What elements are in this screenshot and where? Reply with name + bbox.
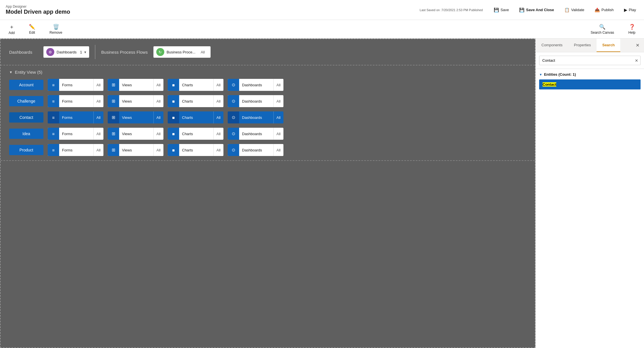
pill-all-dashboards[interactable]: All [273, 128, 283, 140]
charts-icon: ■ [168, 144, 179, 156]
dashboards-pill[interactable]: ⚙ Dashboards 1 ▾ [43, 46, 89, 58]
pill-all-dashboards[interactable]: All [273, 144, 283, 156]
pill-all-dashboards[interactable]: All [273, 79, 283, 91]
pill-label-views: Views [119, 132, 153, 136]
pill-all-charts[interactable]: All [213, 128, 223, 140]
entity-result-contact[interactable]: Contact [539, 79, 641, 89]
pill-contact-dashboards[interactable]: ⊙DashboardsAll [228, 111, 283, 123]
pill-challenge-charts[interactable]: ■ChartsAll [168, 95, 223, 107]
search-canvas-icon: 🔍 [599, 24, 605, 30]
help-button[interactable]: ❓ Help [625, 22, 638, 36]
pill-account-forms[interactable]: ≡FormsAll [48, 79, 103, 91]
pill-account-charts[interactable]: ■ChartsAll [168, 79, 223, 91]
entity-btn-idea[interactable]: Idea [9, 129, 43, 139]
pill-product-views[interactable]: ⊞ViewsAll [108, 144, 163, 156]
pill-product-charts[interactable]: ■ChartsAll [168, 144, 223, 156]
pill-contact-forms[interactable]: ≡FormsAll [48, 111, 103, 123]
pill-idea-views[interactable]: ⊞ViewsAll [108, 128, 163, 140]
dashboards-pill-arrow[interactable]: ▾ [84, 50, 86, 54]
bpf-pill-all[interactable]: All [198, 50, 207, 54]
pill-all-forms[interactable]: All [93, 79, 103, 91]
pill-challenge-dashboards[interactable]: ⊙DashboardsAll [228, 95, 283, 107]
pill-all-charts[interactable]: All [213, 95, 223, 107]
pill-all-views[interactable]: All [153, 95, 163, 107]
edit-button[interactable]: ✏️ Edit [26, 22, 38, 36]
pill-label-dashboards: Dashboards [239, 148, 273, 152]
entity-row-account: Account≡FormsAll⊞ViewsAll■ChartsAll⊙Dash… [9, 79, 526, 91]
pill-all-forms[interactable]: All [93, 144, 103, 156]
pill-all-charts[interactable]: All [213, 111, 223, 123]
charts-icon: ■ [168, 95, 179, 107]
entities-header[interactable]: ▼ Entities (Count: 1) [539, 72, 641, 77]
tab-properties[interactable]: Properties [568, 39, 597, 52]
forms-icon: ≡ [48, 111, 59, 123]
pill-idea-dashboards[interactable]: ⊙DashboardsAll [228, 128, 283, 140]
entity-result-highlight: Contact [543, 82, 556, 87]
entity-row-idea: Idea≡FormsAll⊞ViewsAll■ChartsAll⊙Dashboa… [9, 128, 526, 140]
panel-close-button[interactable]: ✕ [631, 39, 644, 52]
bpf-pill-icon: ↻ [156, 48, 164, 56]
entity-row-contact: Contact≡FormsAll⊞ViewsAll■ChartsAll⊙Dash… [9, 111, 526, 123]
pill-all-views[interactable]: All [153, 144, 163, 156]
pill-all-forms[interactable]: All [93, 111, 103, 123]
entity-btn-product[interactable]: Product [9, 145, 43, 155]
save-close-button[interactable]: 💾 Save And Close [517, 6, 556, 14]
publish-button[interactable]: 📤 Publish [592, 6, 616, 14]
entity-view-section: ▼ Entity View (5) Account≡FormsAll⊞Views… [1, 65, 535, 161]
entity-row-challenge: Challenge≡FormsAll⊞ViewsAll■ChartsAll⊙Da… [9, 95, 526, 107]
pill-all-views[interactable]: All [153, 111, 163, 123]
tab-components[interactable]: Components [536, 39, 568, 52]
save-icon: 💾 [494, 7, 499, 13]
edit-label: Edit [29, 31, 35, 35]
add-button[interactable]: ＋ Add [6, 22, 17, 36]
bpf-divider [95, 45, 95, 59]
entity-view-collapse-arrow[interactable]: ▼ [9, 70, 13, 74]
pill-all-dashboards[interactable]: All [273, 95, 283, 107]
top-bar: App Designer Model Driven app demo Last … [0, 0, 644, 20]
dashboards-icon: ⊙ [228, 111, 239, 123]
search-clear-button[interactable]: ✕ [635, 58, 638, 63]
pill-product-forms[interactable]: ≡FormsAll [48, 144, 103, 156]
pill-all-dashboards[interactable]: All [273, 111, 283, 123]
pill-account-dashboards[interactable]: ⊙DashboardsAll [228, 79, 283, 91]
pill-idea-charts[interactable]: ■ChartsAll [168, 128, 223, 140]
entity-btn-challenge[interactable]: Challenge [9, 96, 43, 106]
charts-icon: ■ [168, 128, 179, 140]
entity-rows: Account≡FormsAll⊞ViewsAll■ChartsAll⊙Dash… [9, 79, 526, 156]
pill-all-views[interactable]: All [153, 128, 163, 140]
canvas-area[interactable]: Dashboards ⚙ Dashboards 1 ▾ Business Pro… [0, 39, 535, 348]
play-button[interactable]: ▶ Play [622, 6, 638, 14]
pill-idea-forms[interactable]: ≡FormsAll [48, 128, 103, 140]
views-icon: ⊞ [108, 79, 119, 91]
tab-search[interactable]: Search [597, 39, 620, 52]
edit-icon: ✏️ [29, 24, 35, 30]
entities-count-label: Entities (Count: 1) [544, 72, 576, 77]
remove-button[interactable]: 🗑️ Remove [47, 22, 65, 36]
pill-all-charts[interactable]: All [213, 144, 223, 156]
bpf-pill[interactable]: ↻ Business Proce... All [153, 46, 211, 58]
dashboards-pill-text: Dashboards [57, 50, 77, 54]
save-button[interactable]: 💾 Save [491, 6, 511, 14]
entity-btn-contact[interactable]: Contact [9, 112, 43, 123]
bpf-pill-text: Business Proce... [167, 50, 195, 54]
search-canvas-button[interactable]: 🔍 Search Canvas [588, 22, 617, 36]
pill-challenge-views[interactable]: ⊞ViewsAll [108, 95, 163, 107]
save-close-icon: 💾 [519, 7, 525, 13]
entity-btn-account[interactable]: Account [9, 80, 43, 90]
search-input[interactable] [539, 56, 641, 65]
pill-all-charts[interactable]: All [213, 79, 223, 91]
validate-button[interactable]: 📋 Validate [562, 6, 587, 14]
entity-view-label: Entity View (5) [15, 70, 42, 75]
pill-contact-views[interactable]: ⊞ViewsAll [108, 111, 163, 123]
entity-view-header: ▼ Entity View (5) [9, 70, 526, 75]
pill-all-forms[interactable]: All [93, 128, 103, 140]
pill-label-forms: Forms [59, 132, 93, 136]
dashboards-pill-icon: ⚙ [46, 48, 54, 56]
pill-all-views[interactable]: All [153, 79, 163, 91]
pill-contact-charts[interactable]: ■ChartsAll [168, 111, 223, 123]
pill-challenge-forms[interactable]: ≡FormsAll [48, 95, 103, 107]
bpf-label: Business Process Flows [101, 50, 148, 55]
pill-product-dashboards[interactable]: ⊙DashboardsAll [228, 144, 283, 156]
pill-account-views[interactable]: ⊞ViewsAll [108, 79, 163, 91]
pill-all-forms[interactable]: All [93, 95, 103, 107]
